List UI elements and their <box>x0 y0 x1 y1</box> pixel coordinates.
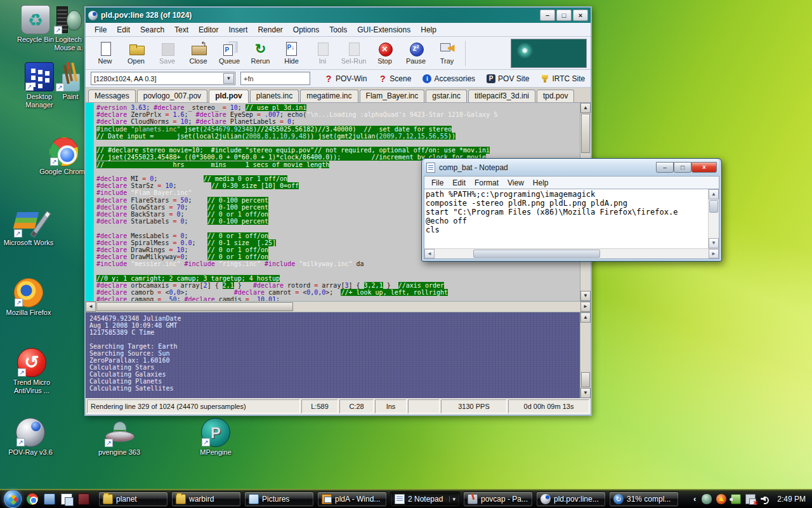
taskbar-button-planet[interactable]: planet <box>98 491 168 507</box>
taskbar-button-2-notepad[interactable]: 2 Notepad▾ <box>390 491 460 507</box>
chevron-down-icon[interactable]: ▼ <box>223 73 234 84</box>
menu-edit[interactable]: Edit <box>112 24 135 36</box>
menu-render[interactable]: Render <box>252 24 287 36</box>
maximize-button[interactable]: □ <box>556 10 572 21</box>
toolbar-hide-button[interactable]: Hide <box>276 39 307 68</box>
notepad-text-area[interactable]: path %PATH%;c:\programing\imagemagickcom… <box>424 189 708 248</box>
toolbar-new-button[interactable]: New <box>89 39 121 68</box>
tray-clock[interactable]: 2:49 PM <box>775 495 806 504</box>
link-pov-site[interactable]: POV Site <box>487 74 529 83</box>
menu-insert[interactable]: Insert <box>223 24 252 36</box>
menu-editor[interactable]: Editor <box>193 24 223 36</box>
code-line: #version 3.63; #declare _stereo_ = 10; /… <box>96 104 580 111</box>
tab-pld-pov[interactable]: pld.pov <box>209 90 249 103</box>
notepad-vertical-scrollbar[interactable]: ▲ ▼ <box>708 189 719 248</box>
tray-alert-icon[interactable] <box>716 494 726 504</box>
messages-vscroll-thumb[interactable] <box>581 372 590 387</box>
tab-titlepacif3_3d-ini[interactable]: titlepacif3_3d.ini <box>468 90 535 102</box>
tray-network-icon[interactable] <box>745 494 756 504</box>
quicklaunch-chrome-icon[interactable] <box>27 493 38 505</box>
scroll-down-icon[interactable]: ▼ <box>709 238 719 248</box>
chevron-down-icon[interactable]: ▾ <box>449 496 455 502</box>
desktop-icon-mpengine[interactable]: ↗MPengine <box>185 418 246 457</box>
toolbar-queue-button[interactable]: Queue <box>214 39 245 68</box>
desktop-icon-msworks[interactable]: ↗Microsoft Works <box>0 208 57 247</box>
quicklaunch-app-icon[interactable] <box>78 493 89 505</box>
quicklaunch-show-desktop-icon[interactable] <box>44 493 55 505</box>
toolbar-pause-button[interactable]: Pause <box>400 39 431 68</box>
taskbar-button-pictures[interactable]: Pictures <box>244 491 314 507</box>
tab-tpd-pov[interactable]: tpd.pov <box>537 90 574 102</box>
desktop-icon-trendmicro[interactable]: ↗Trend Micro AntiVirus ... <box>0 348 63 395</box>
menu-options[interactable]: Options <box>288 24 324 36</box>
tab-messages[interactable]: Messages <box>88 90 136 102</box>
toolbar-close-button[interactable]: Close <box>183 39 214 68</box>
menu-text[interactable]: Text <box>169 24 193 36</box>
tab-flam_bayer-inc[interactable]: Flam_Bayer.inc <box>360 90 425 102</box>
messages-vertical-scrollbar[interactable]: ▲ ▼ <box>580 312 591 398</box>
toolbar-open-button[interactable]: Open <box>121 39 152 68</box>
link-irtc-site[interactable]: IRTC Site <box>540 74 585 83</box>
start-button[interactable] <box>4 490 22 508</box>
menu-search[interactable]: Search <box>135 24 169 36</box>
scroll-up-icon[interactable]: ▲ <box>709 189 719 199</box>
tray-mouse-icon[interactable] <box>702 494 712 504</box>
desktop: Recycle Bin↗Logitech Mouse a.↗Desktop Ma… <box>0 0 812 508</box>
taskbar-button-povcap-pa-[interactable]: povcap - Pa... <box>463 491 533 507</box>
link-pov-win[interactable]: POV-Win <box>324 74 367 83</box>
tab-planets-inc[interactable]: planets.inc <box>250 90 299 102</box>
scroll-right-icon[interactable]: ► <box>580 302 591 312</box>
command-line-input[interactable] <box>240 72 310 85</box>
menu-gui-extensions[interactable]: GUI-Extensions <box>352 24 416 36</box>
taskbar-button-31-compl-[interactable]: 31% compl... <box>609 491 679 507</box>
editor-vscroll-thumb[interactable] <box>581 114 590 153</box>
notepad-titlebar[interactable]: comp_bat - Notepad –□× <box>424 159 719 176</box>
scroll-up-icon[interactable]: ▲ <box>580 103 591 113</box>
editor-horizontal-scrollbar[interactable]: ◄ ► <box>86 301 591 312</box>
notepad-menu-edit[interactable]: Edit <box>448 178 470 188</box>
menu-file[interactable]: File <box>89 24 112 36</box>
notepad-menu-format[interactable]: Format <box>470 178 503 188</box>
notepad-horizontal-scrollbar[interactable]: ◄ ► <box>424 248 719 258</box>
tray-expand-chevron-icon[interactable]: ‹ <box>692 494 697 504</box>
toolbar-tray-button[interactable]: Tray <box>431 39 462 68</box>
tab-megatime-inc[interactable]: megatime.inc <box>300 90 358 102</box>
desktop-icon-firefox[interactable]: ↗Mozilla Firefox <box>0 278 57 317</box>
scroll-left-icon[interactable]: ◄ <box>424 249 435 258</box>
menu-tools[interactable]: Tools <box>324 24 352 36</box>
maximize-button[interactable]: □ <box>674 162 691 173</box>
notepad-menu-help[interactable]: Help <box>528 178 553 188</box>
taskbar-button-plda-wind-[interactable]: pldA - Wind... <box>317 491 387 507</box>
close-button[interactable]: × <box>691 162 717 173</box>
render-message-pane: 2454679.92348 JulianDateAug 1 2008 10:09… <box>86 312 591 398</box>
notepad-menu-view[interactable]: View <box>503 178 528 188</box>
quicklaunch-switch-windows-icon[interactable] <box>61 493 72 505</box>
scroll-left-icon[interactable]: ◄ <box>86 302 96 312</box>
close-button[interactable]: × <box>573 10 588 21</box>
minimize-button[interactable]: – <box>656 162 674 173</box>
tab-povlogo_007-pov[interactable]: povlogo_007.pov <box>137 90 207 102</box>
link-scene[interactable]: Scene <box>378 74 411 83</box>
notepad-hscroll-thumb[interactable] <box>473 250 600 258</box>
toolbar-rerun-button[interactable]: Rerun <box>245 39 276 68</box>
editor-hscroll-thumb[interactable] <box>96 302 293 311</box>
tray-power-icon[interactable] <box>731 494 741 504</box>
taskbar-button-warbird[interactable]: warbird <box>171 491 241 507</box>
scroll-right-icon[interactable]: ► <box>709 249 719 258</box>
menu-help[interactable]: Help <box>416 24 442 36</box>
desktop-icon-povray[interactable]: ↗POV-Ray v3.6 <box>0 418 61 457</box>
notepad-menu-file[interactable]: File <box>427 178 448 188</box>
desktop-icon-pvengine[interactable]: ↗pvengine 363 <box>89 418 150 457</box>
tray-volume-icon[interactable] <box>760 494 770 504</box>
scroll-down-icon[interactable]: ▼ <box>580 291 591 301</box>
minimize-button[interactable]: – <box>540 10 555 21</box>
scroll-up-icon[interactable]: ▲ <box>580 312 591 323</box>
link-accessories[interactable]: Accessories <box>422 74 475 83</box>
resolution-combobox[interactable]: [1280x1024, AA 0.3] ▼ <box>91 72 235 85</box>
scroll-down-icon[interactable]: ▼ <box>580 388 591 398</box>
povray-titlebar[interactable]: pld.pov:line 328 (of 1024) –□× <box>86 8 591 23</box>
taskbar-button-pld-pov-line-[interactable]: pld.pov:line... <box>536 491 606 507</box>
tab-gstar-inc[interactable]: gstar.inc <box>426 90 467 102</box>
notepad-vscroll-thumb[interactable] <box>709 200 718 213</box>
toolbar-stop-button[interactable]: Stop <box>369 39 400 68</box>
